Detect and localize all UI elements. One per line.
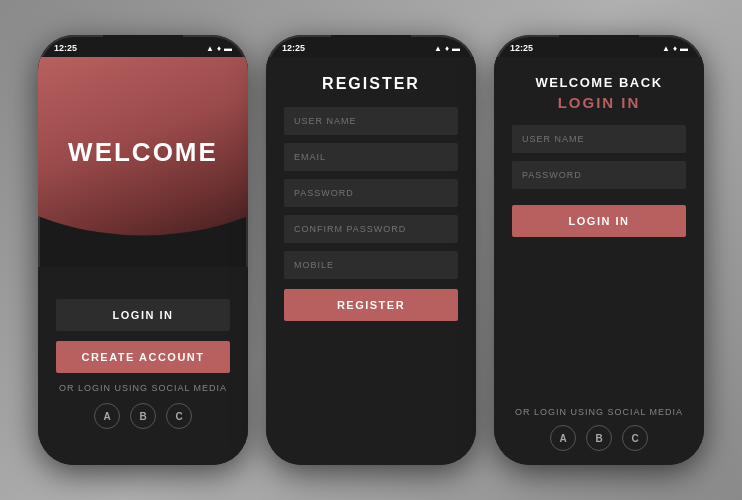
social-c-button-3[interactable]: C (622, 425, 648, 451)
phone-notch-2 (331, 35, 411, 55)
login-username-input[interactable] (512, 125, 686, 153)
social-c-button[interactable]: C (166, 403, 192, 429)
register-title: REGISTER (284, 75, 458, 93)
create-account-button[interactable]: CREATE ACCOUNT (56, 341, 230, 373)
mobile-input[interactable] (284, 251, 458, 279)
status-icons-3: ▲ ♦ ▬ (662, 44, 688, 53)
phone-login: 12:25 ▲ ♦ ▬ WELCOME BACK LOGIN IN LOGIN … (494, 35, 704, 465)
social-a-button-3[interactable]: A (550, 425, 576, 451)
welcome-title: WELCOME (68, 137, 218, 168)
social-icons-row-3: A B C (550, 425, 648, 451)
wifi-icon: ♦ (217, 44, 221, 53)
phone3-bottom-social: OR LOGIN USING SOCIAL MEDIA A B C (512, 395, 686, 451)
battery-icon-2: ▬ (452, 44, 460, 53)
status-icons-1: ▲ ♦ ▬ (206, 44, 232, 53)
signal-icon-2: ▲ (434, 44, 442, 53)
social-icons-row-1: A B C (94, 403, 192, 429)
phone-register: 12:25 ▲ ♦ ▬ REGISTER REGISTER (266, 35, 476, 465)
confirm-password-input[interactable] (284, 215, 458, 243)
login-in-label: LOGIN IN (512, 94, 686, 111)
battery-icon: ▬ (224, 44, 232, 53)
register-button[interactable]: REGISTER (284, 289, 458, 321)
login-in-button[interactable]: LOGIN IN (512, 205, 686, 237)
login-password-input[interactable] (512, 161, 686, 189)
email-input[interactable] (284, 143, 458, 171)
social-b-button[interactable]: B (130, 403, 156, 429)
phone-welcome: 12:25 ▲ ♦ ▬ WELCOME LOGIN IN CREATE ACCO… (38, 35, 248, 465)
status-time-3: 12:25 (510, 43, 533, 53)
status-time-2: 12:25 (282, 43, 305, 53)
phone2-content: REGISTER REGISTER (266, 57, 476, 465)
status-time-1: 12:25 (54, 43, 77, 53)
phone-notch-3 (559, 35, 639, 55)
welcome-header: WELCOME (38, 57, 248, 267)
phone1-content: WELCOME LOGIN IN CREATE ACCOUNT OR LOGIN… (38, 57, 248, 465)
social-a-button[interactable]: A (94, 403, 120, 429)
phone-notch (103, 35, 183, 55)
username-input[interactable] (284, 107, 458, 135)
wifi-icon-2: ♦ (445, 44, 449, 53)
phone3-content: WELCOME BACK LOGIN IN LOGIN IN OR LOGIN … (494, 57, 704, 465)
social-b-button-3[interactable]: B (586, 425, 612, 451)
signal-icon: ▲ (206, 44, 214, 53)
battery-icon-3: ▬ (680, 44, 688, 53)
social-text-1: OR LOGIN USING SOCIAL MEDIA (59, 383, 227, 393)
login-button[interactable]: LOGIN IN (56, 299, 230, 331)
phone1-bottom: LOGIN IN CREATE ACCOUNT OR LOGIN USING S… (38, 267, 248, 465)
password-input[interactable] (284, 179, 458, 207)
social-text-3: OR LOGIN USING SOCIAL MEDIA (515, 407, 683, 417)
welcome-back-title: WELCOME BACK (512, 75, 686, 90)
wifi-icon-3: ♦ (673, 44, 677, 53)
signal-icon-3: ▲ (662, 44, 670, 53)
status-icons-2: ▲ ♦ ▬ (434, 44, 460, 53)
